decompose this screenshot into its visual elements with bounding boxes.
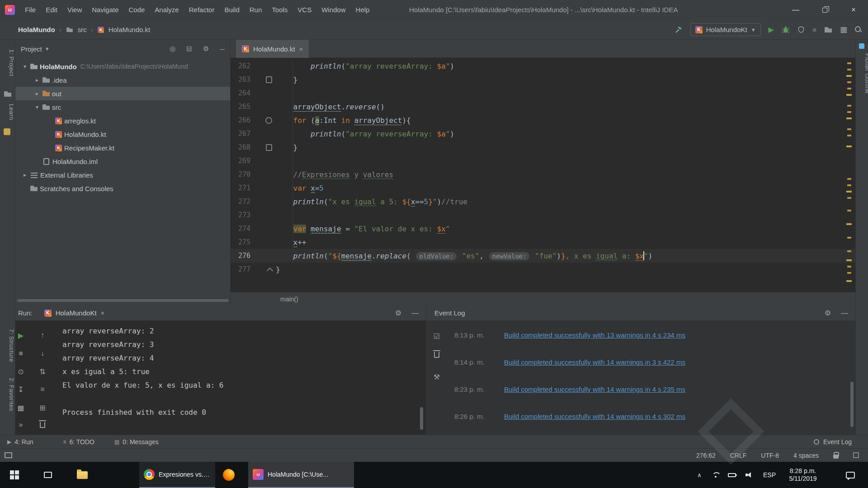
code-line-273[interactable]: 273 [231,208,855,222]
menu-help[interactable]: Help [351,0,375,20]
gutter-loop-icon[interactable] [250,117,276,124]
tree-item-idea[interactable]: ▸ .idea [15,73,230,87]
tool-window-run[interactable]: ▶ 4: Run [7,438,33,446]
coverage-shield-icon[interactable] [797,26,805,33]
warning-stripe-mark[interactable] [847,111,851,113]
warning-stripe-mark[interactable] [847,128,851,130]
warning-stripe-mark[interactable] [847,184,851,186]
warning-stripe-mark[interactable] [846,191,852,192]
event-message-link[interactable]: Build completed successfully with 14 war… [504,358,685,366]
code-line-275[interactable]: 275 x++ [231,235,855,249]
warning-stripe-mark[interactable] [847,178,851,180]
breadcrumb-project[interactable]: HolaMundo [18,26,55,33]
warning-stripe-mark[interactable] [846,145,852,147]
tree-item-recipesmaker[interactable]: K RecipesMaker.kt [15,141,230,155]
event-log-list[interactable]: 8:13 p. m. Build completed successfully … [447,321,855,435]
warning-stripe-mark[interactable] [847,81,851,83]
warning-stripe-mark[interactable] [847,272,851,274]
gear-icon[interactable]: ⚙ [395,309,401,317]
tool-tab-structure[interactable]: 7: Structure [0,329,15,362]
warning-stripe-mark[interactable] [847,197,851,199]
tree-item-src[interactable]: ▾ src [15,100,230,114]
tree-item-holamundo-kt[interactable]: K HolaMundo.kt [15,127,230,141]
warning-stripe-mark[interactable] [846,75,852,77]
hide-panel-icon[interactable]: — [841,309,848,317]
gear-icon[interactable]: ⚙ [825,309,831,317]
code-line-263[interactable]: 263 } [231,73,855,86]
close-icon[interactable]: × [299,45,303,53]
code-line-276[interactable]: 276 println("${mensaje.replace( oldValue… [231,249,855,263]
code-viewport[interactable]: 262 println("array reverseArray: $a")263… [231,58,855,292]
code-line-265[interactable]: 265 arrayObject.reverse() [231,100,855,113]
warning-stripe-mark[interactable] [846,117,852,119]
soft-wrap-icon[interactable]: ⇅ [37,366,48,377]
more-actions-icon[interactable]: » [15,419,26,430]
run-console[interactable]: array reverseArray: 2 array reverseArray… [62,324,417,435]
network-tray-button[interactable] [709,462,722,488]
file-explorer-button[interactable] [69,462,96,488]
event-message-link[interactable]: Build completed successfully with 14 war… [504,385,685,393]
warning-stripe-mark[interactable] [847,62,851,64]
run-configuration-select[interactable]: K HolaMundoKt ▼ [690,23,761,36]
tab-holamundo-kt[interactable]: K HolaMundo.kt × [236,40,309,58]
tree-item-arreglos[interactable]: K arreglos.kt [15,114,230,127]
title-bar[interactable]: IJ File Edit View Navigate Code Analyze … [0,0,868,20]
battery-tray-button[interactable] [725,462,739,488]
code-line-270[interactable]: 270 //Expresiones y valores [231,168,855,181]
menu-file[interactable]: File [20,0,41,20]
log-settings-icon[interactable]: ⚒ [432,372,442,382]
chevron-right-icon[interactable]: ▸ [20,172,30,178]
menu-window[interactable]: Window [316,0,350,20]
line-separator[interactable]: CRLF [730,452,747,459]
pin-tab-icon[interactable]: ▦ [15,402,26,413]
code-line-272[interactable]: 272 println("x es igual a 5: ${x==5}")//… [231,195,855,208]
code-line-264[interactable]: 264 [231,86,855,100]
menu-view[interactable]: View [62,0,87,20]
warning-stripe-mark[interactable] [846,280,852,282]
scroll-to-end-icon[interactable]: ≡ [37,384,48,395]
lock-icon[interactable] [833,455,839,459]
language-indicator[interactable]: ESP [760,462,779,488]
collapse-all-icon[interactable]: ⊟ [186,45,192,53]
tool-window-event-log[interactable]: Event Log [814,438,852,446]
firefox-taskbar-button[interactable] [217,462,241,488]
chevron-down-icon[interactable]: ▾ [32,104,42,110]
run-tab[interactable]: K HolaMundoKt × [44,309,105,317]
warning-stripe-mark[interactable] [846,223,852,225]
breadcrumb-main-function[interactable]: main() [280,296,298,303]
caret-position[interactable]: 276:62 [696,452,716,459]
gutter-lock-icon[interactable] [250,144,276,151]
mark-all-read-icon[interactable]: ☑ [432,331,442,341]
close-button[interactable]: × [839,0,868,20]
start-button[interactable] [0,462,29,488]
warning-stripe-mark[interactable] [847,250,851,252]
background-tasks-icon[interactable] [5,452,12,458]
warning-stripe-mark[interactable] [846,259,852,261]
tool-tab-flutter-outline[interactable]: Flutter Outline [859,53,868,94]
search-everywhere-icon[interactable] [855,26,862,33]
error-stripe[interactable] [846,58,853,292]
gutter-lock-icon[interactable] [250,76,276,83]
chevron-down-icon[interactable]: ▼ [45,46,50,52]
dump-threads-icon[interactable]: ⊙ [15,366,26,377]
tool-window-todo[interactable]: ≡ 6: TODO [63,438,94,446]
build-hammer-icon[interactable] [675,26,683,33]
rerun-button[interactable]: ▶ [15,330,26,341]
code-line-267[interactable]: 267 println("array reverseArray: $a") [231,127,855,141]
tree-item-external-libraries[interactable]: ▸ External Libraries [15,168,230,182]
project-tab-folder-icon[interactable] [4,90,12,98]
warning-stripe-mark[interactable] [847,69,851,70]
warning-stripe-mark[interactable] [847,266,851,267]
code-line-268[interactable]: 268 } [231,141,855,154]
code-line-277[interactable]: 277} [231,263,855,276]
hide-panel-icon[interactable]: ─ [220,45,225,53]
menu-code[interactable]: Code [123,0,150,20]
menu-analyze[interactable]: Analyze [150,0,184,20]
action-center-button[interactable] [839,462,862,488]
gear-icon[interactable]: ⚙ [203,45,209,53]
up-stack-trace-icon[interactable]: ↑ [37,330,48,341]
learn-icon[interactable] [4,128,10,135]
code-line-262[interactable]: 262 println("array reverseArray: $a") [231,59,855,73]
close-icon[interactable]: × [101,309,105,317]
warning-stripe-mark[interactable] [847,88,851,89]
